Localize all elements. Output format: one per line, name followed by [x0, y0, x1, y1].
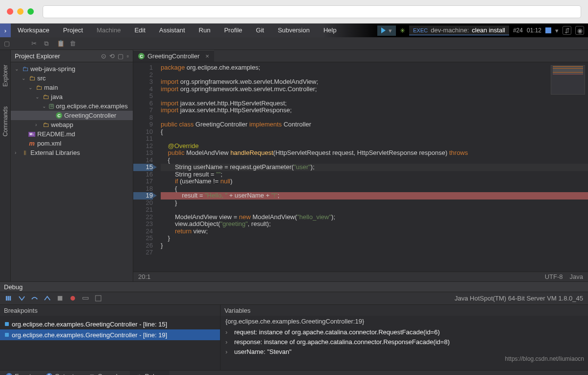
bottom-tab-outputs[interactable]: 1Outputs — [40, 371, 83, 375]
menu-run[interactable]: Run — [192, 24, 218, 37]
menu-git[interactable]: Git — [249, 24, 271, 37]
new-file-icon[interactable]: ▢ — [4, 40, 12, 48]
link-icon[interactable]: ⊙ — [101, 52, 106, 60]
encoding-label[interactable]: UTF-8 — [545, 273, 563, 280]
run-number: #24 — [513, 27, 523, 34]
run-command: clean install — [472, 26, 505, 34]
resume-icon[interactable] — [5, 295, 13, 302]
exec-label: EXEC — [413, 27, 428, 33]
project-explorer: Project Explorer ⊙ ⟲ ▢ ▫ ⌄🗀web-java-spri… — [11, 50, 133, 281]
debug-toolbar: Java HotSpot(TM) 64-Bit Server VM 1.8.0_… — [0, 292, 588, 305]
bottom-tab-events[interactable]: iEvents — [0, 371, 40, 375]
min-icon[interactable]: ▢ — [118, 52, 123, 60]
command-display[interactable]: EXEC dev-machine: clean install — [409, 25, 509, 35]
close-traffic-light[interactable] — [7, 8, 13, 15]
file-tree: ⌄🗀web-java-spring⌄🗀src⌄🗀main⌄🗀java⌄⊞org.… — [11, 62, 133, 281]
svg-rect-6 — [95, 296, 100, 301]
menu-subversion[interactable]: Subversion — [271, 24, 317, 37]
editor-tab[interactable]: C GreetingController × — [133, 50, 214, 62]
commands-tab[interactable]: Commands — [2, 106, 9, 136]
menu-workspace[interactable]: Workspace — [11, 24, 56, 37]
line-gutter[interactable]: 1234567891011121314151617181920212223242… — [133, 62, 157, 272]
breakpoints-title: Breakpoints — [0, 305, 220, 316]
explorer-header: Project Explorer ⊙ ⟲ ▢ ▫ — [11, 50, 133, 62]
zoom-traffic-light[interactable] — [27, 8, 34, 15]
step-into-icon[interactable] — [18, 295, 25, 302]
editor-status-bar: 20:1 UTF-8 Java — [133, 272, 588, 281]
play-icon — [381, 27, 386, 33]
breakpoints-panel: Breakpoints org.eclipse.che.examples.Gre… — [0, 305, 220, 370]
editor-area: C GreetingController × 12345678910111213… — [133, 50, 588, 281]
variable-item[interactable]: ›userName: "Stevan" — [225, 347, 583, 356]
explorer-tab[interactable]: Explorer — [2, 65, 9, 87]
copy-icon[interactable]: ⧉ — [44, 40, 52, 48]
left-sidebar-tabs: Explorer Commands — [0, 50, 11, 281]
tree-node[interactable]: ⌄🗀java — [11, 92, 133, 101]
step-over-icon[interactable] — [30, 295, 38, 302]
paste-icon[interactable]: 📋 — [57, 40, 65, 48]
tree-node[interactable]: M↓README.md — [11, 129, 133, 139]
close-tab-icon[interactable]: × — [205, 52, 209, 60]
collapse-icon[interactable]: ⟲ — [109, 52, 115, 60]
code-editor[interactable]: package org.eclipse.che.examples; import… — [157, 62, 588, 272]
menu-assistant[interactable]: Assistant — [152, 24, 192, 37]
debug-panel-header: Debug — [0, 281, 588, 292]
tree-node[interactable]: ⌄⊞org.eclipse.che.examples — [11, 101, 133, 111]
editor-tabs: C GreetingController × — [133, 50, 588, 62]
tree-node[interactable]: CGreetingController — [11, 111, 133, 120]
tree-node[interactable]: ⌄🗀src — [11, 74, 133, 83]
breakpoint-toggle-icon[interactable] — [69, 295, 76, 302]
progress-icon — [545, 27, 551, 33]
debug-run-icon[interactable]: ✳ — [400, 27, 405, 34]
evaluate-icon[interactable] — [94, 295, 102, 302]
breakpoint-item[interactable]: org.eclipse.che.examples.GreetingControl… — [0, 329, 220, 340]
breakpoint-item[interactable]: org.eclipse.che.examples.GreetingControl… — [0, 319, 220, 329]
variables-context: {org.eclipse.che.examples.GreetingContro… — [220, 316, 588, 327]
app-menu-button[interactable]: › — [0, 24, 11, 37]
tab-label: GreetingController — [147, 52, 199, 60]
window-titlebar — [0, 0, 588, 24]
url-field[interactable] — [43, 5, 581, 18]
bottom-tab-consoles[interactable]: ▤Consoles — [83, 371, 130, 375]
tree-node[interactable]: ›⫴External Libraries — [11, 148, 133, 157]
close-panel-icon[interactable]: ▫ — [126, 52, 129, 60]
tree-node[interactable]: ⌄🗀web-java-spring — [11, 64, 133, 74]
variables-title: Variables — [220, 305, 588, 316]
tree-node[interactable]: ⌄🗀main — [11, 83, 133, 92]
language-label[interactable]: Java — [570, 273, 583, 280]
explorer-title: Project Explorer — [15, 52, 60, 60]
tree-node[interactable]: ›🗀webapp — [11, 120, 133, 129]
run-button[interactable]: ▾ — [377, 25, 396, 36]
menu-help[interactable]: Help — [317, 24, 343, 37]
svg-rect-0 — [5, 296, 7, 300]
run-time: 01:12 — [527, 27, 541, 34]
svg-point-4 — [70, 296, 74, 300]
bottom-tab-debug[interactable]: ✳Debug — [130, 371, 169, 375]
svg-rect-3 — [57, 296, 62, 300]
tree-node[interactable]: mpom.xml — [11, 139, 133, 148]
menu-profile[interactable]: Profile — [217, 24, 249, 37]
stop-icon[interactable] — [56, 295, 64, 302]
cursor-position: 20:1 — [138, 273, 150, 280]
bottom-tabs: iEvents1Outputs▤Consoles✳Debug — [0, 370, 588, 375]
split-icon[interactable]: ⇵ — [563, 26, 571, 35]
menu-edit[interactable]: Edit — [127, 24, 152, 37]
debug-title: Debug — [4, 283, 23, 291]
toolbar: ▢ ✂ ⧉ 📋 🗑 — [0, 37, 588, 50]
variable-item[interactable]: ›request: instance of org.apache.catalin… — [225, 327, 583, 337]
minimize-traffic-light[interactable] — [17, 8, 24, 15]
menu-machine[interactable]: Machine — [90, 24, 127, 37]
jvm-info: Java HotSpot(TM) 64-Bit Server VM 1.8.0_… — [455, 295, 583, 302]
menu-project[interactable]: Project — [56, 24, 90, 37]
svg-rect-2 — [9, 296, 11, 300]
minimap[interactable] — [551, 65, 585, 95]
variable-item[interactable]: ›response: instance of org.apache.catali… — [225, 337, 583, 347]
step-out-icon[interactable] — [43, 295, 51, 302]
disconnect-icon[interactable] — [81, 295, 89, 302]
cut-icon[interactable]: ✂ — [31, 40, 39, 48]
delete-icon[interactable]: 🗑 — [70, 40, 77, 48]
menu-bar: › WorkspaceProjectMachineEditAssistantRu… — [0, 24, 588, 37]
settings-icon[interactable]: ◉ — [575, 26, 584, 35]
watermark: https://blog.csdn.net/liumiaocn — [505, 355, 584, 362]
svg-rect-5 — [82, 298, 88, 300]
